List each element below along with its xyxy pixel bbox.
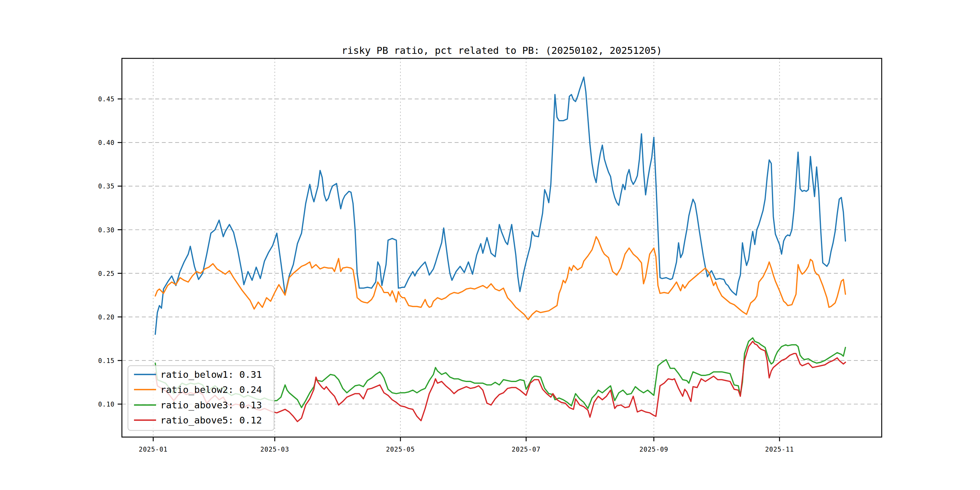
chart: 2025-012025-032025-052025-072025-092025-… xyxy=(0,0,980,490)
x-tick-label: 2025-09 xyxy=(640,446,668,453)
legend-label-ratio_above5: ratio_above5: 0.12 xyxy=(160,415,262,426)
y-tick-label: 0.15 xyxy=(98,357,115,364)
y-tick-label: 0.35 xyxy=(98,183,115,190)
chart-title: risky PB ratio, pct related to PB: (2025… xyxy=(342,45,662,56)
legend-label-ratio_below2: ratio_below2: 0.24 xyxy=(160,384,262,395)
y-tick-label: 0.45 xyxy=(98,95,115,103)
y-tick-label: 0.40 xyxy=(98,139,115,146)
x-tick-label: 2025-05 xyxy=(386,446,415,453)
x-tick-label: 2025-03 xyxy=(261,446,290,453)
legend-label-ratio_above3: ratio_above3: 0.13 xyxy=(160,399,262,411)
legend: ratio_below1: 0.31 ratio_below2: 0.24 ra… xyxy=(128,366,274,430)
y-tick-label: 0.20 xyxy=(98,313,115,321)
y-tick-label: 0.30 xyxy=(98,227,115,234)
figure: 2025-012025-032025-052025-072025-092025-… xyxy=(0,0,980,490)
legend-label-ratio_below1: ratio_below1: 0.31 xyxy=(160,369,262,380)
y-tick-label: 0.10 xyxy=(98,401,115,408)
x-tick-label: 2025-11 xyxy=(765,446,794,453)
x-tick-label: 2025-01 xyxy=(139,446,168,453)
y-tick-label: 0.25 xyxy=(98,270,115,277)
x-tick-label: 2025-07 xyxy=(512,446,541,453)
